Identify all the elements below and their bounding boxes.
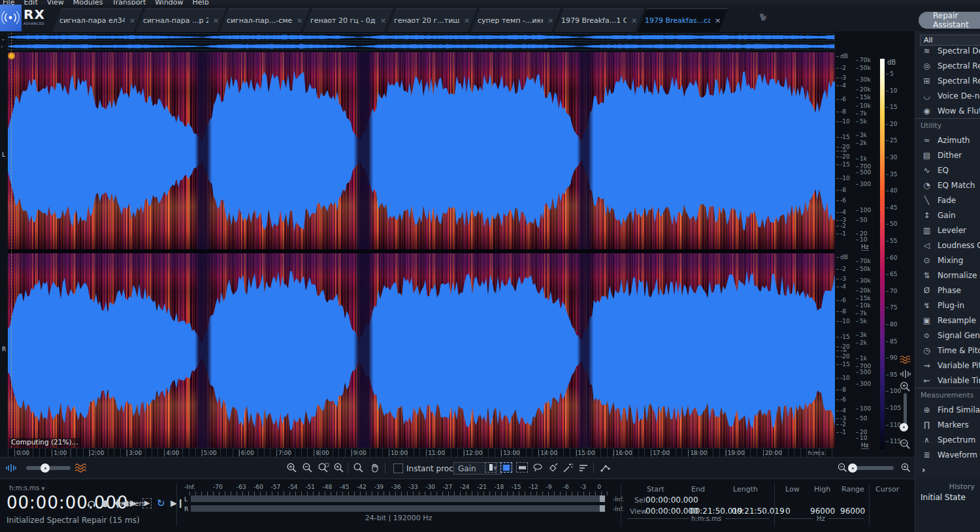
module-item-variable-pitch[interactable]: ⇝Variable Pitch [915, 358, 980, 373]
tab-close-icon[interactable]: × [380, 16, 386, 25]
module-item-gain[interactable]: ↕Gain [915, 208, 980, 223]
module-item-find-similar[interactable]: ⊕Find Similar [915, 402, 980, 417]
module-item-spectrum[interactable]: ∧Spectrum [915, 432, 980, 447]
monitor-headphones-icon[interactable] [86, 498, 97, 511]
blend-slider-knob[interactable] [41, 463, 50, 473]
horizontal-zoom-out-icon[interactable] [837, 462, 849, 474]
menu-item-view[interactable]: View [47, 0, 64, 5]
vertical-zoom-knob[interactable] [900, 423, 908, 431]
frequency-selection-tool[interactable] [516, 462, 528, 473]
sel-start-value[interactable]: 00:00:00.000 [645, 495, 698, 505]
zoom-back-icon[interactable] [333, 462, 345, 474]
spectrogram-channel-left[interactable] [8, 52, 835, 249]
module-item-signal-genera[interactable]: ≎Signal Genera [915, 328, 980, 343]
freq-range-value[interactable]: 96000 [840, 507, 865, 516]
go-to-end-button[interactable]: ▶❙ [171, 498, 184, 509]
module-item-spectral-reco[interactable]: ◎Spectral Reco [915, 58, 980, 73]
module-item-dither[interactable]: ▤Dither [915, 148, 980, 163]
play-selection-button[interactable]: ▶ [142, 498, 152, 509]
module-item-phase[interactable]: ØPhase [915, 283, 980, 298]
tab-close-icon[interactable]: × [129, 16, 135, 25]
view-length-value[interactable]: 00:21:50.019 [732, 507, 785, 516]
module-item-plug-in[interactable]: ↯Plug-in [915, 298, 980, 313]
vertical-zoom-slider[interactable] [904, 393, 907, 427]
go-to-start-button[interactable]: ❙◀ [114, 498, 128, 509]
spectrogram-settings-icon[interactable] [899, 354, 912, 366]
time-ruler[interactable]: h:m:s 0:001:002:003:004:005:006:007:008:… [8, 448, 835, 458]
module-item-waveform-sta[interactable]: ≣Waveform Sta [915, 447, 980, 462]
tab-close-icon[interactable]: × [464, 16, 470, 25]
menu-item-transport[interactable]: Transport [112, 0, 146, 5]
module-filter-dropdown[interactable]: All [920, 35, 980, 46]
playhead-time-display[interactable]: 00:00:00.000 [7, 493, 129, 512]
waveform-blend-icon[interactable] [5, 462, 17, 474]
brush-tool-icon[interactable] [547, 462, 559, 474]
tab-close-icon[interactable]: × [547, 16, 553, 25]
panel-collapse-chevron[interactable]: › [915, 462, 980, 475]
module-item-markers[interactable]: ∏Markers [915, 417, 980, 432]
zoom-in-icon[interactable] [286, 462, 298, 474]
loop-button[interactable]: ↻ [157, 498, 165, 509]
playhead-pin[interactable] [8, 52, 15, 59]
record-button[interactable]: ● [101, 498, 108, 509]
time-format-selector[interactable]: h:m:s.ms ▼ [9, 484, 45, 492]
magic-wand-icon[interactable] [562, 462, 574, 474]
lasso-tool-icon[interactable] [532, 462, 544, 474]
waveform-view-icon[interactable] [899, 369, 912, 381]
play-button[interactable]: ▶ [130, 498, 137, 509]
time-frequency-selection-tool[interactable] [500, 462, 512, 473]
spectrogram-blend-icon[interactable] [74, 462, 88, 474]
module-item-loudness-cor[interactable]: ◁Loudness Cor [915, 238, 980, 253]
zoom-out-icon[interactable] [302, 462, 314, 474]
repair-assistant-button[interactable]: Repair Assistant [919, 12, 980, 29]
module-item-azimuth[interactable]: ≈Azimuth [915, 133, 980, 148]
waveform-overview[interactable] [8, 33, 835, 52]
module-item-spectral-repa[interactable]: ⊞Spectral Repa [915, 73, 980, 88]
module-item-eq-match[interactable]: ◔EQ Match [915, 178, 980, 193]
zoom-selection-icon[interactable] [318, 462, 329, 474]
menu-item-modules[interactable]: Modules [73, 0, 103, 5]
freq-high-value[interactable]: 96000 [810, 507, 835, 516]
module-item-wow-flutte[interactable]: ◉Wow & Flutte [915, 103, 980, 118]
file-tab[interactable]: 1979 Breakfas...ca- st1 .wav× [638, 8, 728, 32]
menu-items[interactable]: FileEditViewModulesTransportWindowHelp [3, 0, 218, 5]
menu-item-window[interactable]: Window [155, 0, 183, 5]
tab-close-icon[interactable]: × [297, 16, 302, 25]
collapse-overview-icon[interactable]: ⌄ [1, 35, 6, 42]
menu-item-file[interactable]: File [3, 0, 14, 5]
file-tab[interactable]: 1979 Breakfa...1 Ollleg.wav× [554, 8, 644, 32]
magnify-tool-icon[interactable] [353, 462, 365, 474]
file-tab[interactable]: генаот 20 гц - 0дб.wav× [303, 8, 393, 32]
adjustment-lines-icon[interactable] [578, 462, 589, 474]
module-item-fade[interactable]: ╲Fade [915, 193, 980, 208]
horizontal-zoom-knob[interactable] [848, 463, 857, 473]
instant-process-checkbox[interactable] [393, 463, 403, 473]
module-item-variable-time[interactable]: ⇜Variable Time [915, 373, 980, 388]
freq-low-value[interactable]: 0 [785, 507, 791, 516]
file-tab[interactable]: генаот 20 г...тиштина.wav× [387, 8, 477, 32]
module-item-resample[interactable]: ▣Resample [915, 313, 980, 328]
vertical-zoom-in-icon[interactable] [899, 381, 912, 392]
tab-close-icon[interactable]: × [213, 16, 219, 25]
grab-hand-icon[interactable] [369, 462, 381, 474]
spectrogram-channel-right[interactable] [8, 253, 835, 448]
tab-overflow-icon[interactable]: \\\‹ [760, 12, 766, 22]
module-item-mixing[interactable]: ⊙Mixing [915, 253, 980, 268]
vertical-zoom-out-icon[interactable] [899, 438, 912, 450]
file-tab[interactable]: сигнал-пара ...р 2 и 3 .wav× [136, 8, 226, 32]
file-tab[interactable]: супер темп -...ике ст1.wav× [470, 8, 561, 32]
menu-item-help[interactable]: Help [193, 0, 209, 5]
tab-close-icon[interactable]: × [631, 16, 637, 25]
vector-path-icon[interactable] [600, 462, 612, 474]
module-item-time-pitch[interactable]: ◷Time & Pitch [915, 343, 980, 358]
module-item-eq[interactable]: ∿EQ [915, 163, 980, 178]
history-item-initial-state[interactable]: Initial State [921, 493, 966, 502]
horizontal-zoom-in-icon[interactable] [900, 462, 912, 474]
module-item-leveler[interactable]: ▥Leveler [915, 223, 980, 238]
module-item-normalize[interactable]: ⇅Normalize [915, 268, 980, 283]
menu-item-edit[interactable]: Edit [24, 0, 37, 5]
expand-panel-icon[interactable]: › [1, 43, 3, 50]
module-item-voice-de-nois[interactable]: ◡Voice De-nois [915, 88, 980, 103]
tab-close-icon[interactable]: × [715, 16, 721, 25]
file-tab[interactable]: сигнал-пар...-смеш9.wav× [220, 8, 310, 32]
